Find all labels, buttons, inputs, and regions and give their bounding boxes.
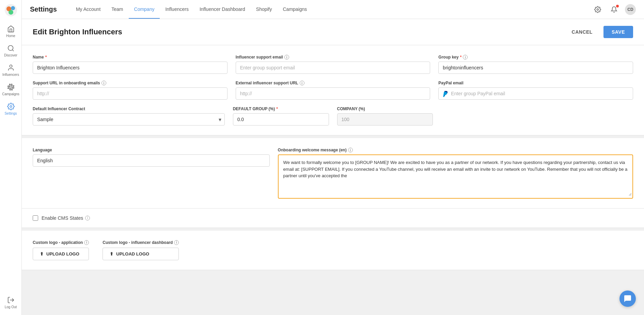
sidebar-item-settings-label: Settings [4,112,17,115]
paypal-email-input[interactable] [438,87,633,100]
support-url-input[interactable] [33,87,227,100]
save-button[interactable]: SAVE [603,26,633,38]
cms-info-icon[interactable]: i [85,216,90,220]
custom-logo-app-info-icon[interactable]: i [84,240,89,245]
influencer-email-info-icon[interactable]: i [284,55,289,60]
sidebar: Home Discover Influencers Campaigns [0,0,22,315]
group-key-required: * [460,55,462,60]
row-3: Default Influencer Contract Sample ▾ DEF… [33,106,633,126]
custom-logo-dashboard-field: Custom logo - influencer dashboard i ⬆ U… [103,240,179,260]
page-title: Edit Brighton Influencers [33,28,122,36]
nav-link-influencer-dashboard[interactable]: Influencer Dashboard [194,0,251,19]
name-field: Name * [33,55,227,74]
sidebar-item-discover[interactable]: Discover [0,41,21,61]
upload-logo-app-button[interactable]: ⬆ UPLOAD LOGO [33,248,89,260]
sidebar-item-logout-label: Log Out [5,305,17,309]
default-contract-label: Default Influencer Contract [33,106,225,111]
onboarding-box: We want to formally welcome you to [GROU… [278,154,633,199]
group-key-field: Group key * i [438,55,633,74]
external-url-field: External influencer support URL i [236,81,430,100]
onboarding-textarea[interactable]: We want to formally welcome you to [GROU… [279,156,632,196]
main-area: Settings My Account Team Company Influen… [22,0,644,315]
support-url-field: Support URL in onboarding emails i [33,81,227,100]
notification-btn[interactable] [609,4,619,15]
notification-dot [616,5,619,7]
cancel-button[interactable]: CANCEL [565,26,599,38]
nav-link-campaigns[interactable]: Campaigns [278,0,313,19]
paypal-icon [442,90,449,97]
custom-logo-app-label: Custom logo - application i [33,240,89,245]
svg-point-4 [6,6,11,11]
nav-link-team[interactable]: Team [106,0,128,19]
svg-point-8 [10,105,12,107]
top-nav-right: CD [592,4,636,15]
user-avatar[interactable]: CD [625,4,636,15]
language-label: Language [33,148,270,152]
nav-link-influencers[interactable]: Influencers [160,0,194,19]
external-url-info-icon[interactable]: i [300,81,304,85]
enable-cms-checkbox[interactable] [33,215,38,221]
default-contract-select[interactable]: Sample [33,113,225,126]
svg-point-10 [597,9,599,10]
sidebar-item-influencers[interactable]: Influencers [0,61,21,80]
sidebar-item-settings[interactable]: Settings [0,99,21,119]
basic-info-section: Name * Influencer support email i Group … [22,45,644,135]
default-group-input[interactable] [233,113,329,126]
logo-row: Custom logo - application i ⬆ UPLOAD LOG… [33,240,633,260]
external-url-input[interactable] [236,87,430,100]
sidebar-item-campaigns-label: Campaigns [2,92,19,96]
sidebar-item-campaigns[interactable]: Campaigns [0,80,21,99]
group-key-label: Group key * i [438,55,633,60]
influencer-email-label: Influencer support email i [236,55,430,60]
nav-link-my-account[interactable]: My Account [70,0,106,19]
support-url-info-icon[interactable]: i [101,81,106,85]
sidebar-item-home-label: Home [6,34,15,38]
sidebar-item-discover-label: Discover [4,53,17,57]
custom-logo-dashboard-info-icon[interactable]: i [174,240,179,245]
onboarding-info-icon[interactable]: i [348,148,353,152]
row-2: Support URL in onboarding emails i Exter… [33,81,633,100]
page-header: Edit Brighton Influencers CANCEL SAVE [22,19,644,45]
settings-icon-btn[interactable] [592,4,603,15]
upload-icon: ⬆ [40,251,44,256]
paypal-input-wrapper [438,87,633,100]
nav-link-company[interactable]: Company [129,0,160,19]
upload-logo-dashboard-button[interactable]: ⬆ UPLOAD LOGO [103,248,179,260]
influencer-email-field: Influencer support email i [236,55,430,74]
external-url-label: External influencer support URL i [236,81,430,85]
support-url-label: Support URL in onboarding emails i [33,81,227,85]
default-contract-select-wrapper: Sample ▾ [33,113,225,126]
svg-point-2 [11,6,15,10]
enable-cms-label: Enable CMS States i [42,215,90,221]
page-actions: CANCEL SAVE [565,26,633,38]
nav-link-shopify[interactable]: Shopify [251,0,278,19]
upload-icon-dashboard: ⬆ [110,251,113,256]
influencer-email-input[interactable] [236,62,430,74]
app-logo[interactable] [5,4,17,16]
app-title: Settings [30,5,57,13]
default-group-required: * [276,106,278,111]
cms-section: Enable CMS States i [22,209,644,228]
group-key-info-icon[interactable]: i [463,55,468,60]
language-input[interactable] [33,154,270,167]
company-field: COMPANY (%) [337,106,433,126]
page-content: Edit Brighton Influencers CANCEL SAVE Na… [22,19,644,315]
language-field: Language [33,148,270,199]
nav-links: My Account Team Company Influencers Infl… [70,0,592,19]
default-group-label: DEFAULT GROUP (%) * [233,106,329,111]
separator-2 [22,228,644,231]
separator-1 [22,135,644,138]
name-required: * [45,55,47,60]
name-input[interactable] [33,62,227,74]
chat-bubble[interactable] [619,291,636,307]
custom-logo-dashboard-label: Custom logo - influencer dashboard i [103,240,179,245]
svg-point-7 [10,65,12,67]
group-key-input[interactable] [438,62,633,74]
sidebar-item-influencers-label: Influencers [2,73,19,77]
row-1: Name * Influencer support email i Group … [33,55,633,74]
top-navigation: Settings My Account Team Company Influen… [22,0,644,19]
sidebar-item-home[interactable]: Home [0,22,21,41]
sidebar-item-logout[interactable]: Log Out [0,293,21,312]
company-input [337,113,433,126]
paypal-email-field: PayPal email [438,81,633,100]
